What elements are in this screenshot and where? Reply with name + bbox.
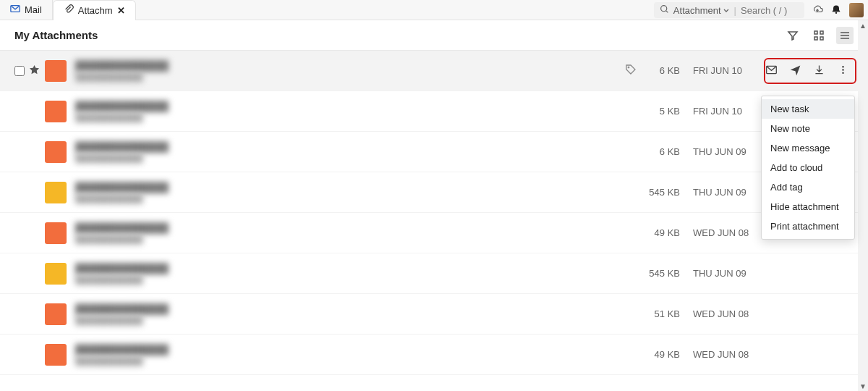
attachment-list: ██████████████████████████6 KBFRI JUN 10… [0,51,868,375]
search-scope-label: Attachment [673,5,721,16]
file-name-block: ██████████████████████████ [75,303,637,325]
attachment-row[interactable]: ██████████████████████████545 KBTHU JUN … [0,172,868,213]
file-name-block: ██████████████████████████ [75,222,637,244]
attachment-row[interactable]: ██████████████████████████49 KBWED JUN 0… [0,335,868,375]
tab-mail[interactable]: Mail [0,0,53,20]
chevron-down-icon [723,5,730,16]
mail-app-icon [10,4,20,16]
close-tab-icon[interactable]: ✕ [117,5,125,16]
cloud-sync-icon[interactable] [812,4,823,17]
attachment-row[interactable]: ██████████████████████████6 KBTHU JUN 09 [0,132,868,172]
star-icon[interactable] [29,64,40,77]
file-date: WED JUN 08 [680,308,767,319]
scroll-up-icon[interactable]: ▲ [858,20,868,30]
row-actions [767,61,854,81]
svg-point-13 [842,69,844,71]
file-name-block: ██████████████████████████ [75,182,637,203]
file-size: 51 KB [637,308,680,319]
file-name: ██████████████ [75,60,169,71]
context-menu: New taskNew noteNew messageAdd to cloudA… [761,96,855,240]
file-meta: ████████████ [75,72,143,81]
file-thumbnail [45,263,67,285]
user-avatar[interactable] [849,3,864,17]
file-name-block: ██████████████████████████ [75,141,637,163]
file-name: ██████████████ [75,182,169,193]
file-thumbnail [45,141,67,163]
more-icon[interactable] [837,64,849,78]
file-size: 545 KB [637,268,680,279]
scroll-down-icon[interactable]: ▼ [858,381,868,391]
svg-point-12 [842,65,844,67]
file-meta: ████████████ [75,113,143,122]
view-controls [784,27,854,44]
file-thumbnail [45,182,67,203]
file-meta: ████████████ [75,235,143,243]
file-date: THU JUN 09 [680,268,767,279]
file-meta: ████████████ [75,316,143,324]
svg-point-14 [842,72,844,74]
menu-item-add-to-cloud[interactable]: Add to cloud [762,158,854,177]
svg-point-2 [835,12,837,13]
notifications-icon[interactable] [830,4,842,17]
file-name: ██████████████ [75,263,169,274]
file-size: 49 KB [637,349,680,360]
menu-item-print-attachment[interactable]: Print attachment [762,216,854,236]
search-divider: | [734,5,736,16]
file-name-block: ██████████████████████████ [75,60,625,82]
mail-icon[interactable] [765,64,778,78]
file-meta: ████████████ [75,275,143,284]
svg-point-10 [628,67,629,68]
grid-view-button[interactable] [810,27,827,44]
search-input[interactable] [741,5,799,16]
search-icon [660,4,669,16]
tag-icon[interactable] [625,64,637,77]
svg-rect-5 [814,37,817,40]
file-name: ██████████████ [75,101,169,112]
file-name-block: ██████████████████████████ [75,263,637,285]
svg-rect-4 [820,31,823,34]
file-name: ██████████████ [75,141,169,152]
svg-rect-6 [820,37,823,40]
menu-item-hide-attachment[interactable]: Hide attachment [762,197,854,216]
file-meta: ████████████ [75,194,143,203]
tab-bar: Mail Attachm ✕ Attachment | [0,0,868,20]
file-name-block: ██████████████████████████ [75,344,637,366]
file-size: 545 KB [637,187,680,198]
file-name: ██████████████ [75,303,169,314]
attachment-row[interactable]: ██████████████████████████51 KBWED JUN 0… [0,294,868,335]
menu-item-new-note[interactable]: New note [762,119,854,138]
attachment-row[interactable]: ██████████████████████████545 KBTHU JUN … [0,253,868,294]
list-view-button[interactable] [836,27,854,44]
file-thumbnail [45,60,67,82]
file-date: FRI JUN 10 [680,106,767,117]
file-thumbnail [45,303,67,325]
filter-button[interactable] [784,27,801,44]
file-meta: ████████████ [75,154,143,162]
search-scope-dropdown[interactable]: Attachment [673,5,730,16]
file-name: ██████████████ [75,222,169,233]
file-size: 6 KB [637,146,680,157]
menu-item-add-tag[interactable]: Add tag [762,177,854,197]
row-checkbox[interactable] [14,66,25,76]
tab-attachments[interactable]: Attachm ✕ [53,0,136,20]
file-name-block: ██████████████████████████ [75,101,637,122]
file-meta: ████████████ [75,356,143,365]
attachment-row[interactable]: ██████████████████████████5 KBFRI JUN 10 [0,91,868,132]
attachment-tab-icon [64,4,74,17]
menu-item-new-task[interactable]: New task [762,99,854,119]
send-icon[interactable] [789,64,801,78]
attachment-row[interactable]: ██████████████████████████6 KBFRI JUN 10 [0,51,868,91]
download-icon[interactable] [813,64,825,78]
file-date: FRI JUN 10 [680,65,767,76]
svg-point-1 [660,6,666,12]
menu-item-new-message[interactable]: New message [762,138,854,158]
page-title: My Attachments [14,29,98,41]
vertical-scrollbar[interactable]: ▲ ▼ [858,20,868,391]
file-size: 5 KB [637,106,680,117]
attachment-row[interactable]: ██████████████████████████49 KBWED JUN 0… [0,213,868,253]
file-date: WED JUN 08 [680,227,767,238]
svg-rect-3 [814,31,817,34]
search-box[interactable]: Attachment | [654,2,804,18]
file-thumbnail [45,222,67,244]
file-thumbnail [45,344,67,366]
